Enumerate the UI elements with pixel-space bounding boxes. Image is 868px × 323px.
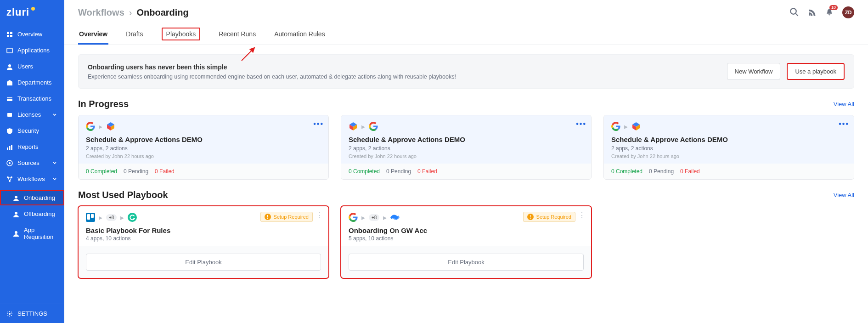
sidebar-item-onboarding[interactable]: Onboarding: [0, 190, 64, 205]
card-subtitle: 5 apps, 10 actions: [349, 235, 584, 242]
tab-playbooks[interactable]: Playbooks: [161, 25, 202, 45]
sidebar-item-users[interactable]: Users: [0, 59, 64, 74]
banner-title: Onboarding users has never been this sim…: [88, 63, 456, 71]
sidebar-item-label: Transactions: [17, 95, 51, 102]
status-pending: 0 Pending: [124, 168, 148, 175]
sidebar-item-licenses[interactable]: Licenses: [0, 107, 64, 122]
card-more-button[interactable]: ⋮: [316, 212, 323, 219]
status-pending: 0 Pending: [649, 168, 674, 175]
topbar: Workflows › Onboarding 10 ZD: [64, 0, 868, 22]
sidebar-item-sources[interactable]: Sources: [0, 155, 64, 170]
shield-icon: [6, 128, 13, 134]
new-workflow-button[interactable]: New Workflow: [727, 63, 781, 80]
tab-drafts[interactable]: Drafts: [125, 25, 144, 45]
cube-icon: [349, 122, 358, 131]
more-apps-chip: +8: [369, 214, 379, 221]
card-meta: Created by John 22 hours ago: [611, 153, 846, 159]
google-icon: [86, 122, 95, 131]
card-subtitle: 2 apps, 2 actions: [349, 145, 584, 152]
card-more-button[interactable]: •••: [839, 120, 849, 128]
arrow-icon: ▸: [624, 122, 628, 131]
google-icon: [369, 122, 378, 131]
arrow-icon: ▸: [361, 122, 365, 131]
sidebar-item-settings[interactable]: SETTINGS: [0, 306, 64, 321]
cube-icon: [631, 122, 641, 131]
avatar[interactable]: ZD: [842, 6, 854, 18]
sidebar-item-departments[interactable]: Departments: [0, 75, 64, 90]
banner-text: Onboarding users has never been this sim…: [88, 63, 456, 80]
sidebar-item-label: Reports: [17, 143, 39, 150]
workflow-card[interactable]: ••• ▸ Schedule & Approve Actions DEMO 2 …: [341, 115, 592, 180]
sidebar-item-security[interactable]: Security: [0, 123, 64, 138]
alert-icon: !: [527, 214, 534, 220]
chevron-down-icon: [51, 176, 58, 182]
sidebar-item-overview[interactable]: Overview: [0, 27, 64, 42]
use-playbook-button[interactable]: Use a playbook: [787, 63, 845, 80]
section-in-progress: In Progress View All ••• ▸ Schedule & Ap…: [64, 89, 868, 180]
grammarly-icon: [128, 213, 137, 222]
card-more-button[interactable]: •••: [576, 120, 586, 128]
sidebar: zluri Overview Applications Users Depart…: [0, 0, 64, 323]
grid-icon: [6, 31, 13, 38]
tab-automation-rules[interactable]: Automation Rules: [273, 25, 326, 45]
card-meta: Created by John 22 hours ago: [86, 153, 321, 159]
breadcrumb-sep: ›: [129, 7, 132, 18]
setup-required-badge: !Setup Required: [260, 212, 313, 222]
nav-settings-section: SETTINGS: [0, 304, 64, 323]
breadcrumb-root[interactable]: Workflows: [78, 7, 124, 18]
card-subtitle: 2 apps, 2 actions: [611, 145, 846, 152]
status-failed: 0 Failed: [155, 168, 175, 175]
brand-dot-icon: [31, 7, 35, 11]
wf-icon: [6, 176, 13, 182]
workflow-card[interactable]: ••• ▸ Schedule & Approve Actions DEMO 2 …: [603, 115, 854, 180]
workflow-card[interactable]: ••• ▸ Schedule & Approve Actions DEMO 2 …: [78, 115, 329, 180]
card-more-button[interactable]: ⋮: [578, 212, 586, 219]
search-icon: [790, 8, 799, 17]
sidebar-item-label: Security: [17, 127, 39, 134]
status-failed: 0 Failed: [417, 168, 437, 175]
sidebar-item-app-requisition[interactable]: App Requisition: [0, 222, 64, 244]
sidebar-item-offboarding[interactable]: Offboarding: [0, 206, 64, 221]
arrow-icon: ▸: [99, 213, 102, 222]
in-progress-viewall[interactable]: View All: [834, 101, 854, 108]
top-actions: 10 ZD: [790, 6, 854, 18]
sidebar-item-label: App Requisition: [24, 227, 58, 240]
arrow-icon: ▸: [120, 213, 124, 222]
tab-label: Playbooks: [162, 28, 201, 40]
sidebar-item-label: Onboarding: [24, 194, 55, 201]
nav-main: Overview Applications Users Departments …: [0, 25, 64, 188]
user-icon: [13, 195, 19, 201]
sidebar-item-workflows[interactable]: Workflows: [0, 171, 64, 187]
search-button[interactable]: [790, 8, 799, 17]
card-title: Schedule & Approve Actions DEMO: [349, 136, 584, 143]
trello-icon: [86, 213, 95, 222]
brand-logo: zluri: [0, 4, 64, 25]
confluence-icon: [390, 213, 400, 222]
edit-playbook-button[interactable]: Edit Playbook: [86, 254, 321, 271]
card-title: Onboarding On GW Acc: [349, 227, 584, 234]
setup-required-badge: !Setup Required: [523, 212, 575, 222]
sidebar-item-label: Users: [17, 63, 33, 70]
status-failed: 0 Failed: [680, 168, 700, 175]
sidebar-item-transactions[interactable]: Transactions: [0, 91, 64, 106]
sidebar-item-applications[interactable]: Applications: [0, 43, 64, 58]
card-more-button[interactable]: •••: [313, 120, 324, 128]
status-completed: 0 Completed: [86, 168, 117, 175]
playbook-card[interactable]: !Setup Required ⋮ ▸ +8 ▸ Basic Playbook …: [78, 206, 329, 278]
banner-subtitle: Experience seamless onboarding using rec…: [88, 74, 456, 80]
sidebar-settings-label: SETTINGS: [17, 310, 47, 317]
user-icon: [6, 63, 13, 70]
tab-recent-runs[interactable]: Recent Runs: [218, 25, 257, 45]
notifications-button[interactable]: 10: [825, 8, 834, 17]
playbook-card[interactable]: !Setup Required ⋮ ▸ +8 ▸ Onboarding On G…: [341, 206, 592, 278]
card-title: Schedule & Approve Actions DEMO: [611, 136, 846, 143]
sidebar-item-reports[interactable]: Reports: [0, 139, 64, 154]
tab-overview[interactable]: Overview: [78, 25, 108, 45]
main: Workflows › Onboarding 10 ZD OverviewDra…: [64, 0, 868, 323]
tabs: OverviewDraftsPlaybooksRecent RunsAutoma…: [64, 25, 868, 45]
playbooks-viewall[interactable]: View All: [834, 192, 854, 198]
status-completed: 0 Completed: [611, 168, 643, 175]
feed-button[interactable]: [807, 8, 817, 17]
edit-playbook-button[interactable]: Edit Playbook: [349, 254, 584, 271]
banner-actions: New Workflow Use a playbook: [727, 63, 845, 80]
